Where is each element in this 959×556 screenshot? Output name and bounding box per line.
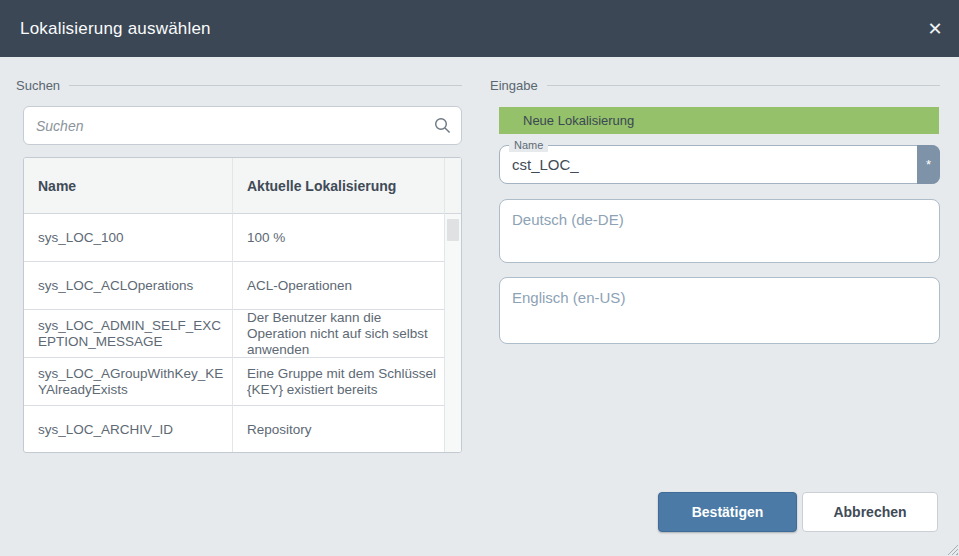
close-icon[interactable]: ✕ <box>915 9 955 49</box>
search-section-label: Suchen <box>16 78 60 93</box>
table-row[interactable]: sys_LOC_100 100 % <box>24 214 446 262</box>
english-field <box>499 277 940 344</box>
cell-name: sys_LOC_100 <box>24 214 233 262</box>
input-section-label: Eingabe <box>490 78 538 93</box>
search-section-header: Suchen <box>16 77 462 93</box>
cell-localization: Eine Gruppe mit dem Schlüssel {KEY} exis… <box>233 358 446 406</box>
localization-select-dialog: Lokalisierung auswählen ✕ Suchen Name Ak… <box>0 0 959 556</box>
table-row[interactable]: sys_LOC_ARCHIV_ID Repository <box>24 406 446 453</box>
cell-localization: 100 % <box>233 214 446 262</box>
section-divider <box>69 85 462 86</box>
new-localization-banner[interactable]: Neue Lokalisierung <box>499 107 939 134</box>
cell-localization: Repository <box>233 406 446 453</box>
dialog-title: Lokalisierung auswählen <box>0 19 915 39</box>
cell-name: sys_LOC_ACLOperations <box>24 262 233 310</box>
input-section-header: Eingabe <box>490 77 940 93</box>
cell-name: sys_LOC_ADMIN_SELF_EXCEPTION_MESSAGE <box>24 310 233 358</box>
section-divider <box>547 85 940 86</box>
table-row[interactable]: sys_LOC_ACLOperations ACL-Operationen <box>24 262 446 310</box>
search-input[interactable] <box>23 106 462 145</box>
scrollbar-header-spacer <box>445 158 461 214</box>
required-marker: * <box>917 145 940 184</box>
table-header-row: Name Aktuelle Lokalisierung <box>24 158 446 214</box>
cell-localization: ACL-Operationen <box>233 262 446 310</box>
confirm-button[interactable]: Bestätigen <box>658 492 797 532</box>
cell-name: sys_LOC_ARCHIV_ID <box>24 406 233 453</box>
cell-localization: Der Benutzer kann die Operation nicht au… <box>233 310 446 358</box>
table-header-localization: Aktuelle Lokalisierung <box>233 158 446 214</box>
dialog-header: Lokalisierung auswählen ✕ <box>0 0 959 57</box>
resize-grip-icon[interactable] <box>947 544 958 555</box>
name-field: Name * <box>499 145 940 184</box>
name-input[interactable] <box>500 146 915 183</box>
table-row[interactable]: sys_LOC_AGroupWithKey_KEYAlreadyExists E… <box>24 358 446 406</box>
scrollbar-thumb[interactable] <box>447 219 459 241</box>
table-scrollbar[interactable] <box>444 158 461 452</box>
german-input[interactable] <box>500 200 939 262</box>
english-input[interactable] <box>500 278 939 343</box>
cancel-button[interactable]: Abbrechen <box>802 492 938 532</box>
search-field <box>23 106 462 145</box>
cell-name: sys_LOC_AGroupWithKey_KEYAlreadyExists <box>24 358 233 406</box>
table-header-name: Name <box>24 158 233 214</box>
table-row[interactable]: sys_LOC_ADMIN_SELF_EXCEPTION_MESSAGE Der… <box>24 310 446 358</box>
localization-table: Name Aktuelle Lokalisierung sys_LOC_100 … <box>23 157 462 453</box>
german-field <box>499 199 940 263</box>
